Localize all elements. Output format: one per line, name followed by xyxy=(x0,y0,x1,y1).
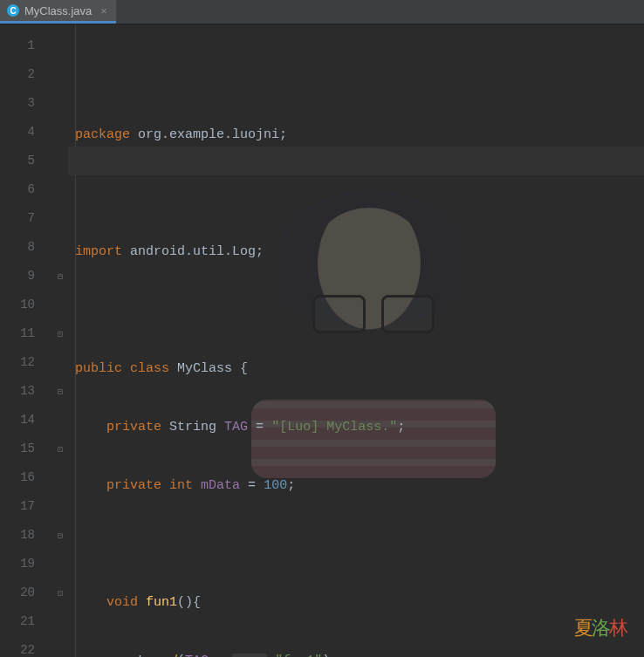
file-tab[interactable]: C MyClass.java × xyxy=(0,0,116,24)
line-number: 4 xyxy=(0,118,35,147)
fold-marker-icon[interactable]: ⊟ xyxy=(52,377,68,406)
code-line[interactable]: private int mData = 100; xyxy=(75,471,644,500)
line-number: 16 xyxy=(0,463,35,492)
line-number: 10 xyxy=(0,291,35,319)
tab-filename: MyClass.java xyxy=(24,4,92,17)
java-file-icon: C xyxy=(7,4,19,17)
line-number: 22 xyxy=(0,636,35,657)
code-area[interactable]: package org.example.luojni; import andro… xyxy=(68,24,644,657)
line-number: 20 xyxy=(0,578,35,607)
line-number: 8 xyxy=(0,233,35,262)
line-number: 15 xyxy=(0,435,35,463)
fold-marker-icon[interactable]: ⊡ xyxy=(52,435,68,463)
editor[interactable]: 1 2 3 4 5 6 7 8 9 10 11 12 13 14 15 16 1… xyxy=(0,24,644,657)
code-line[interactable]: public class MyClass { xyxy=(75,354,644,383)
line-number: 3 xyxy=(0,89,35,118)
line-number: 9 xyxy=(0,262,35,291)
line-number: 5 xyxy=(0,147,35,175)
fold-marker-icon[interactable]: ⊟ xyxy=(52,521,68,550)
line-number: 14 xyxy=(0,406,35,435)
line-number: 19 xyxy=(0,550,35,578)
line-number-gutter: 1 2 3 4 5 6 7 8 9 10 11 12 13 14 15 16 1… xyxy=(0,24,52,657)
code-line[interactable]: void fun1(){ xyxy=(75,588,644,617)
param-hint: msg: xyxy=(232,654,267,657)
fold-gutter: ⊟ ⊡ ⊟ ⊡ ⊟ ⊡ xyxy=(52,24,68,657)
fold-marker-icon[interactable]: ⊡ xyxy=(52,319,68,348)
line-number: 18 xyxy=(0,521,35,550)
code-line[interactable] xyxy=(75,296,644,325)
line-number: 1 xyxy=(0,31,35,60)
code-line[interactable]: package org.example.luojni; xyxy=(75,120,644,149)
line-number: 2 xyxy=(0,60,35,89)
line-number: 7 xyxy=(0,204,35,233)
fold-marker-icon[interactable]: ⊟ xyxy=(52,262,68,291)
line-number: 6 xyxy=(0,175,35,204)
line-number: 21 xyxy=(0,607,35,636)
line-number: 11 xyxy=(0,319,35,348)
line-number: 13 xyxy=(0,377,35,406)
tab-bar: C MyClass.java × xyxy=(0,0,644,24)
fold-marker-icon[interactable]: ⊡ xyxy=(52,578,68,607)
close-icon[interactable]: × xyxy=(100,4,107,17)
code-line[interactable]: Log.d(TAG, msg: "fun1"); xyxy=(75,647,644,657)
code-line[interactable] xyxy=(75,179,644,208)
code-line[interactable]: import android.util.Log; xyxy=(75,237,644,266)
code-line[interactable] xyxy=(75,530,644,558)
current-line-highlight xyxy=(68,147,644,175)
code-line[interactable]: private String TAG = "[Luo] MyClass."; xyxy=(75,413,644,441)
line-number: 12 xyxy=(0,348,35,377)
line-number: 17 xyxy=(0,492,35,521)
